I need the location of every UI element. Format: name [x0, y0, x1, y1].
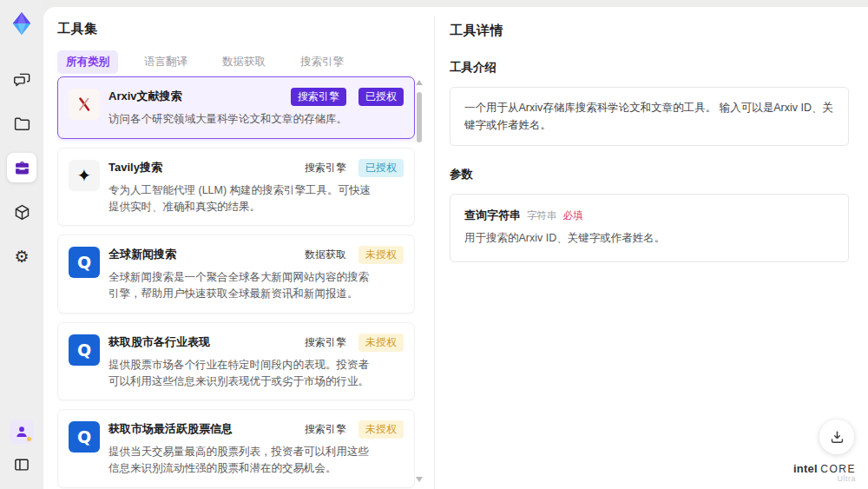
tool-description: 全球新闻搜索是一个聚合全球各大新闻网站内容的搜索引擎，帮助用户快速获取全球最新资… — [108, 269, 379, 302]
tool-description: 提供股票市场各个行业在特定时间段内的表现。投资者可以利用这些信息来识别表现优于或… — [108, 357, 379, 390]
tool-list-item-global-news[interactable]: Q 全球新闻搜索 数据获取 未授权 全球新闻搜索是一个聚合全球各大新闻网站内容的… — [57, 235, 415, 314]
tab-data-fetch[interactable]: 数据获取 — [214, 50, 274, 74]
collapse-panel-icon[interactable] — [10, 453, 34, 477]
tool-status-badge: 已授权 — [358, 159, 404, 177]
page-title: 工具集 — [57, 21, 98, 37]
intro-card: 一个用于从Arxiv存储库搜索科学论文和文章的工具。 输入可以是Arxiv ID… — [450, 87, 849, 146]
tool-category: 搜索引擎 — [305, 161, 346, 175]
tool-category: 数据获取 — [305, 248, 346, 262]
sidebar-item-models package-icon[interactable] — [7, 197, 36, 227]
tool-status-badge: 未授权 — [358, 420, 404, 439]
user-avatar user-icon[interactable] — [10, 420, 34, 444]
tool-list-scrollbar[interactable] — [415, 80, 424, 482]
params-heading: 参数 — [450, 167, 849, 182]
tool-category: 搜索引擎 — [305, 335, 346, 350]
param-type: 字符串 — [527, 209, 557, 222]
blue-q-icon: Q — [69, 334, 100, 366]
tool-name: Tavily搜索 — [108, 159, 162, 175]
sidebar-item-files folder-icon[interactable] — [7, 109, 36, 138]
intel-core-logo: intel CORE Ultra — [793, 463, 856, 484]
intro-text: 一个用于从Arxiv存储库搜索科学论文和文章的工具。 输入可以是Arxiv ID… — [464, 99, 834, 134]
parameter-card: 查询字符串 字符串 必填 用于搜索的Arxiv ID、关键字或作者姓名。 — [450, 194, 849, 262]
tool-description: 提供当天交易量最高的股票列表，投资者可以利用这些信息来识别流动性强的股票和潜在的… — [108, 444, 379, 477]
tool-name: 全球新闻搜索 — [108, 246, 176, 262]
download-button download-icon[interactable] — [819, 420, 854, 454]
gear-glyph: ⚙ — [14, 248, 29, 265]
tool-name: 获取市场最活跃股票信息 — [108, 420, 233, 437]
detail-title: 工具详情 — [450, 23, 849, 39]
blue-q-icon: Q — [69, 247, 100, 278]
scroll-up-arrow-icon[interactable] — [416, 80, 423, 85]
tab-language-translation[interactable]: 语言翻译 — [135, 50, 196, 74]
tab-search-engine[interactable]: 搜索引擎 — [292, 50, 352, 74]
app-rail: ⚙ — [0, 0, 43, 489]
tool-description: 专为人工智能代理 (LLM) 构建的搜索引擎工具。可快速提供实时、准确和真实的结… — [108, 182, 379, 215]
star-icon: ✦ — [69, 160, 100, 191]
tool-name: 获取股市各行业表现 — [108, 334, 210, 350]
tool-category-badge: 搜索引擎 — [291, 88, 346, 106]
arxiv-icon — [69, 89, 100, 120]
panel-divider — [434, 16, 435, 489]
param-required-flag: 必填 — [563, 209, 583, 222]
param-description: 用于搜索的Arxiv ID、关键字或作者姓名。 — [464, 231, 834, 246]
tool-description: 访问各个研究领域大量科学论文和文章的存储库。 — [108, 111, 379, 128]
brand-core: CORE — [820, 463, 856, 475]
tool-status-badge: 已授权 — [358, 88, 404, 106]
tool-list-item-active-stocks[interactable]: Q 获取市场最活跃股票信息 搜索引擎 未授权 提供当天交易量最高的股票列表，投资… — [57, 409, 415, 488]
tool-category: 搜索引擎 — [305, 422, 346, 437]
scrollbar-thumb[interactable] — [417, 92, 422, 142]
intro-heading: 工具介绍 — [450, 60, 849, 76]
tool-status-badge: 未授权 — [358, 246, 404, 264]
tool-list-item-stock-sectors[interactable]: Q 获取股市各行业表现 搜索引擎 未授权 提供股票市场各个行业在特定时间段内的表… — [57, 322, 415, 401]
status-dot — [27, 437, 31, 441]
tool-list: Arxiv文献搜索 搜索引擎 已授权 访问各个研究领域大量科学论文和文章的存储库… — [57, 76, 415, 489]
sidebar-item-tools toolbox-icon[interactable] — [7, 153, 36, 182]
main-panel: 工具集 所有类别 语言翻译 数据获取 搜索引擎 Arxiv文献搜索 搜索引擎 已… — [43, 7, 868, 489]
param-name: 查询字符串 — [464, 208, 521, 223]
sidebar-item-chat chat-icon[interactable] — [7, 64, 36, 94]
brand-ultra: Ultra — [793, 475, 856, 484]
tool-name: Arxiv文献搜索 — [108, 88, 182, 104]
scroll-down-arrow-icon[interactable] — [416, 477, 423, 482]
app-logo gem-logo-icon[interactable] — [7, 9, 36, 38]
category-tabs: 所有类别 语言翻译 数据获取 搜索引擎 — [57, 50, 352, 74]
brand-intel: intel — [793, 462, 818, 475]
tool-detail-panel: 工具详情 工具介绍 一个用于从Arxiv存储库搜索科学论文和文章的工具。 输入可… — [450, 7, 849, 262]
blue-q-icon: Q — [69, 421, 100, 453]
tool-list-item-tavily[interactable]: ✦ Tavily搜索 搜索引擎 已授权 专为人工智能代理 (LLM) 构建的搜索… — [57, 148, 415, 227]
tool-list-item-arxiv[interactable]: Arxiv文献搜索 搜索引擎 已授权 访问各个研究领域大量科学论文和文章的存储库… — [57, 76, 415, 139]
tool-status-badge: 未授权 — [358, 334, 404, 352]
sidebar-item-settings settings-icon[interactable]: ⚙ — [7, 241, 36, 271]
tab-all-categories[interactable]: 所有类别 — [57, 50, 118, 74]
